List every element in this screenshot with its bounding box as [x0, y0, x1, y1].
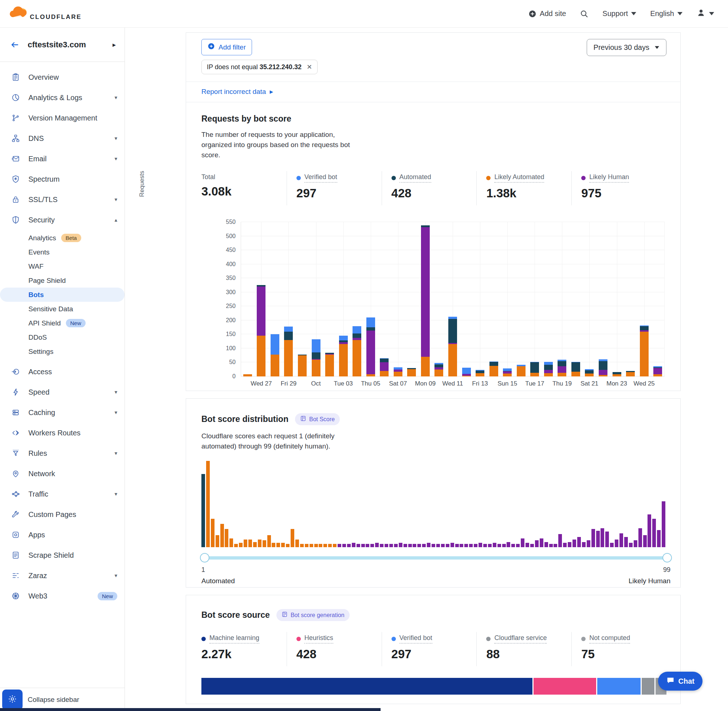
stacked-bar-oct-13[interactable] — [475, 370, 484, 376]
sidebar-item-ddos[interactable]: DDoS — [0, 330, 124, 344]
histogram-bar-score-60 — [478, 543, 482, 547]
stacked-bar-oct-26[interactable] — [653, 366, 662, 377]
chevron-right-icon[interactable]: ▸ — [112, 41, 116, 49]
add-site-button[interactable]: Add site — [529, 9, 566, 18]
sidebar-item-traffic[interactable]: Traffic▾ — [0, 484, 124, 504]
envelope-icon — [11, 154, 21, 163]
search-icon[interactable] — [580, 9, 589, 18]
stacked-bar-oct-19[interactable] — [558, 360, 566, 376]
filter-chip[interactable]: IP does not equal 35.212.240.32 ✕ — [201, 60, 317, 74]
stacked-bar-oct-16[interactable] — [517, 365, 526, 376]
sidebar-item-rules[interactable]: Rules▾ — [0, 443, 124, 463]
sidebar-item-security[interactable]: Security▴ — [0, 210, 124, 230]
stat-value: 75 — [581, 647, 666, 661]
sidebar-item-sensitive-data[interactable]: Sensitive Data — [0, 302, 124, 316]
sidebar-item-scrape-shield[interactable]: Scrape Shield — [0, 545, 124, 565]
sidebar-item-ssl-tls[interactable]: SSL/TLS▾ — [0, 189, 124, 210]
add-filter-button[interactable]: Add filter — [201, 39, 252, 55]
histogram-bar-score-74 — [545, 542, 548, 547]
sidebar-item-version-management[interactable]: Version Management — [0, 108, 124, 128]
histogram-bar-score-4 — [216, 535, 219, 547]
stacked-bar-sep-28[interactable] — [270, 334, 279, 376]
sidebar-item-bots[interactable]: Bots — [0, 288, 124, 302]
sidebar-item-network[interactable]: Network — [0, 463, 124, 484]
sidebar-item-waf[interactable]: WAF — [0, 259, 124, 273]
stacked-bar-oct-02[interactable] — [325, 353, 334, 377]
slider-handle-max[interactable] — [663, 553, 672, 562]
bar-segment-automated — [366, 327, 375, 330]
sidebar-item-overview[interactable]: Overview — [0, 67, 124, 87]
stacked-bar-oct-21[interactable] — [585, 369, 594, 376]
stacked-bar-oct-23[interactable] — [613, 372, 621, 376]
report-row: Report incorrect data ▸ — [186, 82, 680, 102]
bot-score-generation-badge[interactable]: Bot score generation — [276, 609, 350, 621]
zone-name[interactable]: cftestsite3.com — [28, 40, 105, 50]
stacked-bar-oct-04[interactable] — [353, 326, 361, 376]
support-menu[interactable]: Support — [602, 9, 636, 18]
time-range-dropdown[interactable]: Previous 30 days — [587, 39, 666, 56]
sidebar-item-analytics[interactable]: AnalyticsBeta — [0, 231, 124, 245]
sidebar-item-custom-pages[interactable]: Custom Pages — [0, 504, 124, 525]
sidebar-item-zaraz[interactable]: Zaraz▾ — [0, 565, 124, 586]
stacked-bar-sep-29[interactable] — [284, 326, 293, 376]
bar-segment-automated — [434, 364, 443, 367]
bot-score-badge[interactable]: Bot Score — [295, 413, 340, 425]
sidebar-item-workers-routes[interactable]: Workers Routes — [0, 423, 124, 443]
stacked-bar-oct-18[interactable] — [544, 362, 553, 376]
sidebar-item-events[interactable]: Events — [0, 245, 124, 259]
cloudflare-logo[interactable]: CLOUDFLARE — [7, 6, 81, 22]
sidebar-item-analytics-logs[interactable]: Analytics & Logs▾ — [0, 87, 124, 108]
sidebar-item-dns[interactable]: DNS▾ — [0, 128, 124, 149]
sidebar-item-caching[interactable]: Caching▾ — [0, 402, 124, 423]
stacked-bar-oct-05[interactable] — [366, 317, 375, 376]
y-axis-tick-label: 0 — [217, 373, 236, 380]
sidebar-item-label: Analytics & Logs — [28, 94, 106, 102]
stacked-bar-oct-22[interactable] — [599, 359, 607, 376]
sidebar-item-speed[interactable]: Speed▾ — [0, 382, 124, 402]
stacked-bar-oct-11[interactable] — [448, 317, 457, 376]
stacked-bar-oct-25[interactable] — [640, 326, 648, 376]
stacked-bar-oct-12[interactable] — [462, 368, 471, 376]
stacked-bar-oct-17[interactable] — [530, 362, 539, 376]
sidebar-item-settings[interactable]: Settings — [0, 344, 124, 358]
collapse-sidebar-label[interactable]: Collapse sidebar — [28, 696, 80, 704]
histogram-bar-score-43 — [399, 543, 402, 547]
stacked-bar-sep-27[interactable] — [257, 285, 266, 376]
stacked-bar-oct-03[interactable] — [339, 336, 348, 376]
report-incorrect-data-link[interactable]: Report incorrect data ▸ — [201, 87, 273, 96]
sidebar-item-email[interactable]: Email▾ — [0, 149, 124, 169]
sidebar-item-label: Traffic — [28, 490, 106, 499]
back-arrow-icon[interactable] — [10, 40, 20, 50]
stacked-bar-oct-10[interactable] — [434, 363, 443, 376]
remove-filter-icon[interactable]: ✕ — [307, 63, 312, 71]
stacked-bar-oct-07[interactable] — [394, 367, 402, 376]
sidebar-item-page-shield[interactable]: Page Shield — [0, 273, 124, 288]
bar-segment-likely-human — [366, 330, 375, 374]
chat-button[interactable]: Chat — [658, 672, 703, 690]
sidebar-item-access[interactable]: Access — [0, 361, 124, 382]
account-menu[interactable] — [696, 8, 714, 19]
bar-segment-automated — [571, 362, 580, 371]
bottom-banner-strip — [0, 708, 381, 711]
language-menu[interactable]: English — [650, 9, 682, 18]
chevron-down-icon: ▾ — [114, 491, 117, 497]
slider-track[interactable] — [201, 556, 670, 559]
legend-dot-icon — [297, 637, 301, 641]
stacked-bar-oct-14[interactable] — [489, 361, 498, 376]
stacked-bar-oct-01[interactable] — [312, 339, 320, 376]
stacked-bar-oct-08[interactable] — [407, 368, 416, 376]
stacked-bar-oct-20[interactable] — [571, 362, 580, 376]
sidebar-item-api-shield[interactable]: API ShieldNew — [0, 316, 124, 330]
sidebar-item-spectrum[interactable]: Spectrum — [0, 169, 124, 189]
settings-gear-button[interactable] — [2, 689, 22, 710]
slider-handle-min[interactable] — [200, 553, 210, 562]
stacked-bar-oct-06[interactable] — [380, 358, 388, 376]
gridline — [535, 222, 535, 376]
stacked-bar-oct-15[interactable] — [503, 369, 512, 376]
stacked-bar-sep-30[interactable] — [298, 355, 307, 376]
stacked-bar-sep-26[interactable] — [243, 374, 252, 376]
sidebar-item-apps[interactable]: Apps — [0, 525, 124, 545]
stacked-bar-oct-24[interactable] — [626, 371, 635, 376]
sidebar-item-web3[interactable]: Web3New — [0, 586, 124, 606]
stacked-bar-oct-09[interactable] — [421, 225, 430, 376]
